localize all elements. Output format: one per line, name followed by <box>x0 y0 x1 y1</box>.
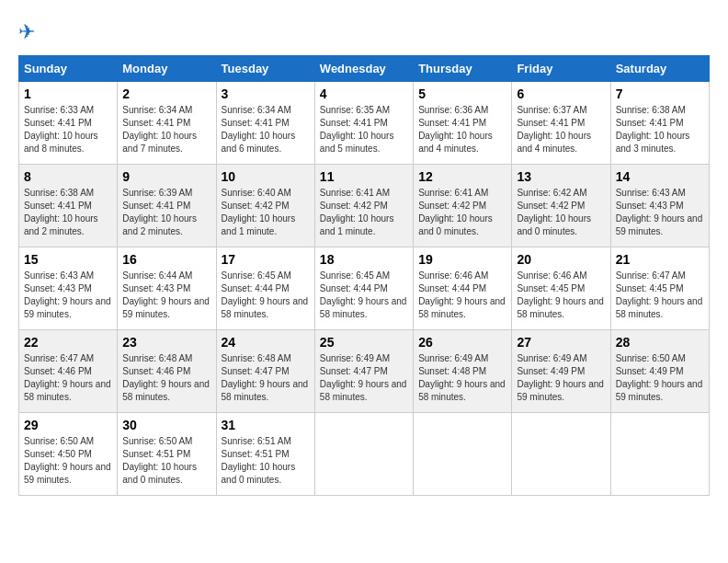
calendar-cell: 12 Sunrise: 6:41 AM Sunset: 4:42 PM Dayl… <box>414 165 512 247</box>
weekday-header-wednesday: Wednesday <box>314 56 413 82</box>
day-number: 6 <box>517 86 605 101</box>
day-info: Sunrise: 6:50 AM Sunset: 4:51 PM Dayligh… <box>122 435 210 487</box>
day-number: 14 <box>616 169 704 184</box>
calendar-cell: 14 Sunrise: 6:43 AM Sunset: 4:43 PM Dayl… <box>610 165 709 247</box>
day-number: 15 <box>24 252 112 267</box>
week-row-2: 8 Sunrise: 6:38 AM Sunset: 4:41 PM Dayli… <box>19 165 710 247</box>
day-number: 23 <box>122 335 210 350</box>
calendar-cell: 30 Sunrise: 6:50 AM Sunset: 4:51 PM Dayl… <box>118 413 216 496</box>
day-info: Sunrise: 6:34 AM Sunset: 4:41 PM Dayligh… <box>222 104 310 155</box>
calendar-cell: 1 Sunrise: 6:33 AM Sunset: 4:41 PM Dayli… <box>19 82 118 165</box>
svg-text:✈: ✈ <box>18 20 35 43</box>
calendar-cell: 6 Sunrise: 6:37 AM Sunset: 4:41 PM Dayli… <box>512 82 610 165</box>
calendar-cell: 17 Sunrise: 6:45 AM Sunset: 4:44 PM Dayl… <box>216 247 314 330</box>
day-number: 3 <box>222 86 310 101</box>
calendar-cell: 18 Sunrise: 6:45 AM Sunset: 4:44 PM Dayl… <box>314 247 413 330</box>
day-info: Sunrise: 6:49 AM Sunset: 4:48 PM Dayligh… <box>418 352 506 404</box>
day-number: 27 <box>517 335 605 350</box>
day-number: 19 <box>418 252 506 267</box>
day-info: Sunrise: 6:45 AM Sunset: 4:44 PM Dayligh… <box>320 270 408 321</box>
weekday-header-row: SundayMondayTuesdayWednesdayThursdayFrid… <box>19 56 710 82</box>
day-number: 16 <box>122 252 210 267</box>
day-number: 5 <box>418 86 506 101</box>
calendar-cell <box>610 413 709 496</box>
day-info: Sunrise: 6:39 AM Sunset: 4:41 PM Dayligh… <box>122 187 210 238</box>
calendar-cell: 22 Sunrise: 6:47 AM Sunset: 4:46 PM Dayl… <box>19 330 118 413</box>
logo-icon: ✈ <box>18 18 46 46</box>
calendar-cell: 25 Sunrise: 6:49 AM Sunset: 4:47 PM Dayl… <box>314 330 413 413</box>
week-row-1: 1 Sunrise: 6:33 AM Sunset: 4:41 PM Dayli… <box>19 82 710 165</box>
day-info: Sunrise: 6:44 AM Sunset: 4:43 PM Dayligh… <box>122 270 210 321</box>
day-info: Sunrise: 6:46 AM Sunset: 4:44 PM Dayligh… <box>418 270 506 321</box>
calendar-cell: 24 Sunrise: 6:48 AM Sunset: 4:47 PM Dayl… <box>216 330 314 413</box>
calendar-cell: 8 Sunrise: 6:38 AM Sunset: 4:41 PM Dayli… <box>19 165 118 247</box>
weekday-header-tuesday: Tuesday <box>216 56 314 82</box>
day-info: Sunrise: 6:47 AM Sunset: 4:45 PM Dayligh… <box>616 270 704 321</box>
day-info: Sunrise: 6:49 AM Sunset: 4:49 PM Dayligh… <box>517 352 605 404</box>
day-number: 24 <box>222 335 310 350</box>
calendar-cell: 19 Sunrise: 6:46 AM Sunset: 4:44 PM Dayl… <box>414 247 512 330</box>
day-number: 8 <box>24 169 112 184</box>
day-number: 29 <box>24 418 112 432</box>
calendar-cell: 9 Sunrise: 6:39 AM Sunset: 4:41 PM Dayli… <box>118 165 216 247</box>
day-info: Sunrise: 6:47 AM Sunset: 4:46 PM Dayligh… <box>24 352 112 404</box>
calendar-cell: 11 Sunrise: 6:41 AM Sunset: 4:42 PM Dayl… <box>314 165 413 247</box>
day-info: Sunrise: 6:41 AM Sunset: 4:42 PM Dayligh… <box>418 187 506 238</box>
calendar-cell: 29 Sunrise: 6:50 AM Sunset: 4:50 PM Dayl… <box>19 413 118 496</box>
calendar-cell: 3 Sunrise: 6:34 AM Sunset: 4:41 PM Dayli… <box>216 82 314 165</box>
day-info: Sunrise: 6:41 AM Sunset: 4:42 PM Dayligh… <box>320 187 408 238</box>
day-number: 20 <box>517 252 605 267</box>
day-number: 30 <box>122 418 210 432</box>
logo: ✈ <box>18 18 50 46</box>
calendar-table: SundayMondayTuesdayWednesdayThursdayFrid… <box>18 55 710 496</box>
day-info: Sunrise: 6:36 AM Sunset: 4:41 PM Dayligh… <box>418 104 506 155</box>
day-info: Sunrise: 6:33 AM Sunset: 4:41 PM Dayligh… <box>24 104 112 155</box>
calendar-cell: 28 Sunrise: 6:50 AM Sunset: 4:49 PM Dayl… <box>610 330 709 413</box>
day-info: Sunrise: 6:50 AM Sunset: 4:50 PM Dayligh… <box>24 435 112 487</box>
calendar-cell: 26 Sunrise: 6:49 AM Sunset: 4:48 PM Dayl… <box>414 330 512 413</box>
week-row-4: 22 Sunrise: 6:47 AM Sunset: 4:46 PM Dayl… <box>19 330 710 413</box>
day-info: Sunrise: 6:45 AM Sunset: 4:44 PM Dayligh… <box>222 270 310 321</box>
day-number: 1 <box>24 86 112 101</box>
day-info: Sunrise: 6:49 AM Sunset: 4:47 PM Dayligh… <box>320 352 408 404</box>
calendar-cell: 20 Sunrise: 6:46 AM Sunset: 4:45 PM Dayl… <box>512 247 610 330</box>
calendar-cell: 4 Sunrise: 6:35 AM Sunset: 4:41 PM Dayli… <box>314 82 413 165</box>
day-info: Sunrise: 6:43 AM Sunset: 4:43 PM Dayligh… <box>616 187 704 238</box>
calendar-cell: 23 Sunrise: 6:48 AM Sunset: 4:46 PM Dayl… <box>118 330 216 413</box>
day-number: 21 <box>616 252 704 267</box>
day-number: 25 <box>320 335 408 350</box>
day-info: Sunrise: 6:37 AM Sunset: 4:41 PM Dayligh… <box>517 104 605 155</box>
calendar-cell <box>512 413 610 496</box>
day-info: Sunrise: 6:35 AM Sunset: 4:41 PM Dayligh… <box>320 104 408 155</box>
weekday-header-friday: Friday <box>512 56 610 82</box>
calendar-cell <box>414 413 512 496</box>
day-info: Sunrise: 6:34 AM Sunset: 4:41 PM Dayligh… <box>122 104 210 155</box>
weekday-header-monday: Monday <box>118 56 216 82</box>
calendar-cell <box>314 413 413 496</box>
day-info: Sunrise: 6:51 AM Sunset: 4:51 PM Dayligh… <box>222 435 310 487</box>
day-number: 10 <box>222 169 310 184</box>
day-number: 11 <box>320 169 408 184</box>
calendar-cell: 5 Sunrise: 6:36 AM Sunset: 4:41 PM Dayli… <box>414 82 512 165</box>
day-info: Sunrise: 6:42 AM Sunset: 4:42 PM Dayligh… <box>517 187 605 238</box>
day-number: 17 <box>222 252 310 267</box>
day-info: Sunrise: 6:38 AM Sunset: 4:41 PM Dayligh… <box>616 104 704 155</box>
calendar-cell: 15 Sunrise: 6:43 AM Sunset: 4:43 PM Dayl… <box>19 247 118 330</box>
day-info: Sunrise: 6:38 AM Sunset: 4:41 PM Dayligh… <box>24 187 112 238</box>
week-row-5: 29 Sunrise: 6:50 AM Sunset: 4:50 PM Dayl… <box>19 413 710 496</box>
calendar-cell: 21 Sunrise: 6:47 AM Sunset: 4:45 PM Dayl… <box>610 247 709 330</box>
day-number: 12 <box>418 169 506 184</box>
calendar-cell: 13 Sunrise: 6:42 AM Sunset: 4:42 PM Dayl… <box>512 165 610 247</box>
day-number: 2 <box>122 86 210 101</box>
day-info: Sunrise: 6:48 AM Sunset: 4:46 PM Dayligh… <box>122 352 210 404</box>
calendar-cell: 7 Sunrise: 6:38 AM Sunset: 4:41 PM Dayli… <box>610 82 709 165</box>
day-info: Sunrise: 6:50 AM Sunset: 4:49 PM Dayligh… <box>616 352 704 404</box>
day-info: Sunrise: 6:43 AM Sunset: 4:43 PM Dayligh… <box>24 270 112 321</box>
day-info: Sunrise: 6:46 AM Sunset: 4:45 PM Dayligh… <box>517 270 605 321</box>
day-number: 4 <box>320 86 408 101</box>
week-row-3: 15 Sunrise: 6:43 AM Sunset: 4:43 PM Dayl… <box>19 247 710 330</box>
calendar-cell: 16 Sunrise: 6:44 AM Sunset: 4:43 PM Dayl… <box>118 247 216 330</box>
day-number: 22 <box>24 335 112 350</box>
day-number: 13 <box>517 169 605 184</box>
day-number: 26 <box>418 335 506 350</box>
